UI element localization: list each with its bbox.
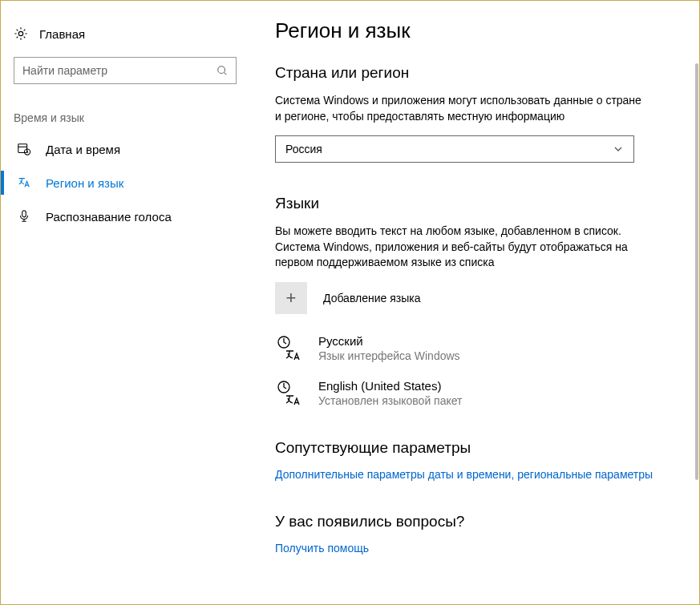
country-description: Система Windows и приложения могут испол… bbox=[275, 93, 644, 124]
related-heading: Сопутствующие параметры bbox=[275, 439, 683, 457]
sidebar: Главная Найти параметр Время и язык Дата… bbox=[1, 1, 249, 604]
svg-rect-2 bbox=[18, 144, 27, 153]
language-item[interactable]: English (United States) Установлен языко… bbox=[275, 378, 634, 407]
search-input[interactable]: Найти параметр bbox=[14, 57, 237, 84]
page-title: Регион и язык bbox=[275, 18, 683, 43]
sidebar-item-label: Распознавание голоса bbox=[46, 210, 172, 224]
related-section: Сопутствующие параметры Дополнительные п… bbox=[275, 439, 683, 481]
country-section: Страна или регион Система Windows и прил… bbox=[275, 64, 683, 163]
language-icon bbox=[17, 175, 31, 190]
home-button[interactable]: Главная bbox=[1, 20, 249, 47]
sidebar-item-region-language[interactable]: Регион и язык bbox=[1, 166, 249, 200]
language-subtitle: Язык интерфейса Windows bbox=[318, 349, 460, 362]
language-subtitle: Установлен языковой пакет bbox=[318, 394, 463, 407]
main-content: Регион и язык Страна или регион Система … bbox=[249, 1, 699, 604]
language-glyph-icon bbox=[275, 380, 302, 407]
languages-heading: Языки bbox=[275, 195, 683, 212]
help-link[interactable]: Получить помощь bbox=[275, 542, 369, 555]
language-glyph-icon bbox=[275, 335, 302, 362]
country-selected-value: Россия bbox=[285, 143, 322, 155]
sidebar-item-label: Дата и время bbox=[46, 143, 120, 156]
add-language-label: Добавление языка bbox=[323, 292, 421, 305]
sidebar-item-speech[interactable]: Распознавание голоса bbox=[1, 200, 249, 233]
svg-rect-4 bbox=[22, 211, 26, 217]
plus-icon: + bbox=[275, 282, 307, 314]
language-name: English (United States) bbox=[318, 378, 463, 393]
sidebar-item-date-time[interactable]: Дата и время bbox=[1, 132, 249, 166]
gear-icon bbox=[14, 26, 28, 41]
chevron-down-icon bbox=[611, 142, 625, 156]
country-heading: Страна или регион bbox=[275, 64, 683, 82]
microphone-icon bbox=[17, 209, 31, 224]
svg-point-1 bbox=[218, 67, 225, 74]
language-item[interactable]: Русский Язык интерфейса Windows bbox=[275, 333, 634, 362]
search-container: Найти параметр bbox=[1, 47, 249, 84]
sidebar-item-label: Регион и язык bbox=[46, 176, 123, 190]
language-name: Русский bbox=[318, 333, 460, 348]
svg-point-0 bbox=[18, 31, 22, 35]
languages-description: Вы можете вводить текст на любом языке, … bbox=[275, 224, 644, 271]
calendar-clock-icon bbox=[17, 142, 31, 156]
languages-section: Языки Вы можете вводить текст на любом я… bbox=[275, 195, 683, 407]
help-section: У вас появились вопросы? Получить помощь bbox=[275, 513, 683, 555]
help-heading: У вас появились вопросы? bbox=[275, 513, 683, 530]
search-icon bbox=[215, 63, 229, 78]
scrollbar[interactable] bbox=[695, 63, 698, 480]
search-placeholder: Найти параметр bbox=[22, 64, 107, 77]
section-label: Время и язык bbox=[1, 84, 249, 132]
related-link[interactable]: Дополнительные параметры даты и времени,… bbox=[275, 468, 653, 481]
country-select[interactable]: Россия bbox=[275, 135, 634, 163]
home-label: Главная bbox=[39, 27, 85, 41]
add-language-button[interactable]: + Добавление языка bbox=[275, 282, 634, 314]
